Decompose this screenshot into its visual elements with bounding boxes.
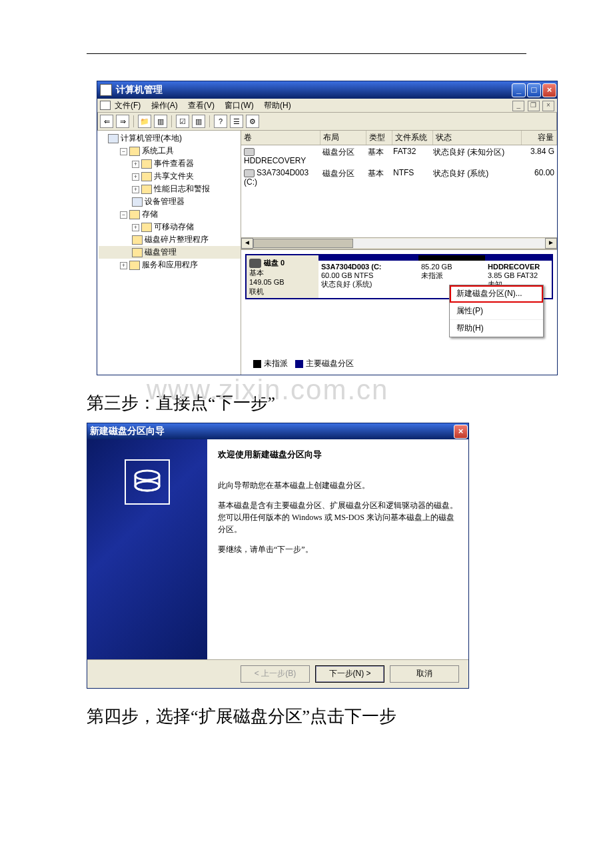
svg-point-0	[135, 471, 159, 480]
menu-new-partition[interactable]: 新建磁盘分区(N)...	[450, 285, 543, 303]
expand-icon[interactable]: +	[132, 186, 139, 193]
volume-list-header: 卷 布局 类型 文件系统 状态 容量	[241, 131, 557, 145]
menu-help[interactable]: 帮助(H)	[264, 101, 291, 110]
cell-type: 基本	[365, 146, 390, 166]
maximize-button[interactable]: □	[527, 83, 541, 97]
forward-icon[interactable]: ⇒	[116, 115, 129, 128]
show-hide-tree-icon[interactable]: ▥	[154, 115, 167, 128]
wizard-close-button[interactable]: ×	[454, 425, 468, 439]
mdi-menubar: 文件(F) 操作(A) 查看(V) 窗口(W) 帮助(H) _ ❐ ×	[97, 99, 557, 113]
cell-fs: NTFS	[390, 167, 430, 187]
col-layout[interactable]: 布局	[320, 131, 366, 145]
settings-icon[interactable]: ⚙	[246, 115, 259, 128]
tree-defrag[interactable]: 磁盘碎片整理程序	[145, 235, 209, 244]
titlebar[interactable]: 计算机管理 _ □ ×	[97, 81, 557, 99]
table-row[interactable]: HDDRECOVERY 磁盘分区 基本 FAT32 状态良好 (未知分区) 3.…	[241, 145, 557, 167]
cell-layout: 磁盘分区	[320, 167, 365, 187]
mdi-min-button[interactable]: _	[512, 101, 524, 111]
wizard-disk-icon	[125, 459, 170, 505]
disk-info[interactable]: 磁盘 0 基本 149.05 GB 联机	[247, 255, 318, 298]
wizard-cancel-button[interactable]: 取消	[390, 665, 459, 683]
tree-diskmgmt[interactable]: 磁盘管理	[145, 247, 177, 257]
list-icon[interactable]: ☰	[230, 115, 243, 128]
cell-vol: HDDRECOVERY	[244, 156, 306, 165]
wizard-dialog: 新建磁盘分区向导 × 欢迎使用新建磁盘分区向导 此向导帮助您在基本磁盘上创建磁盘…	[87, 423, 469, 689]
volume-list-body: HDDRECOVERY 磁盘分区 基本 FAT32 状态良好 (未知分区) 3.…	[241, 145, 557, 188]
back-icon[interactable]: ⇐	[100, 115, 113, 128]
partition-c[interactable]: S3A7304D003 (C: 60.00 GB NTFS 状态良好 (系统)	[318, 255, 418, 298]
p2-size: 85.20 GB	[421, 263, 452, 271]
scroll-thumb[interactable]	[253, 239, 353, 248]
menu-view[interactable]: 查看(V)	[188, 101, 215, 110]
diskmgmt-icon	[132, 248, 143, 257]
cell-fs: FAT32	[390, 146, 430, 166]
volume-icon	[244, 169, 255, 177]
tree-services[interactable]: 服务和应用程序	[142, 260, 198, 269]
p1-fs: 60.00 GB NTFS	[321, 271, 373, 279]
wizard-content: 欢迎使用新建磁盘分区向导 此向导帮助您在基本磁盘上创建磁盘分区。 基本磁盘是含有…	[207, 439, 468, 659]
expand-icon[interactable]: +	[120, 262, 127, 269]
h-scrollbar[interactable]: ◄ ►	[241, 237, 557, 249]
scroll-left-icon[interactable]: ◄	[241, 238, 253, 249]
mdi-restore-button[interactable]: ❐	[528, 101, 540, 111]
properties-icon[interactable]: ☑	[176, 115, 189, 128]
table-row[interactable]: S3A7304D003 (C:) 磁盘分区 基本 NTFS 状态良好 (系统) …	[241, 167, 557, 188]
expand-icon[interactable]: +	[132, 173, 139, 181]
mdi-close-button[interactable]: ×	[542, 101, 554, 111]
compmgmt-window: 计算机管理 _ □ × 文件(F) 操作(A) 查看(V) 窗口(W) 帮助(H…	[97, 81, 558, 375]
storage-folder-icon	[129, 210, 140, 219]
tree-pane[interactable]: 计算机管理(本地) −系统工具 +事件查看器 +共享文件夹 +性能日志和警报 设…	[97, 131, 241, 375]
svg-point-1	[135, 481, 159, 491]
mdi-controls: _ ❐ ×	[512, 100, 554, 111]
collapse-icon[interactable]: −	[120, 211, 127, 219]
tree-removable[interactable]: 可移动存储	[154, 222, 194, 231]
menu-help[interactable]: 帮助(H)	[450, 320, 543, 337]
menu-action[interactable]: 操作(A)	[151, 101, 178, 110]
tree-root[interactable]: 计算机管理(本地)	[121, 133, 182, 143]
wizard-sidebar	[87, 439, 207, 659]
folder-icon	[129, 147, 140, 156]
tree-systools[interactable]: 系统工具	[142, 146, 174, 155]
p3-name: HDDRECOVER	[488, 263, 540, 271]
wizard-back-button: < 上一步(B)	[241, 665, 310, 683]
col-type[interactable]: 类型	[366, 131, 392, 145]
tree-shared[interactable]: 共享文件夹	[154, 171, 194, 181]
defrag-icon	[132, 235, 143, 245]
menu-window[interactable]: 窗口(W)	[225, 101, 253, 110]
legend-unalloc: 未指派	[264, 359, 288, 368]
col-fs[interactable]: 文件系统	[392, 131, 433, 145]
up-folder-icon[interactable]: 📁	[138, 115, 151, 128]
close-button[interactable]: ×	[542, 83, 556, 97]
collapse-icon[interactable]: −	[120, 148, 127, 155]
expand-icon[interactable]: +	[132, 224, 139, 231]
cell-cap: 3.84 G	[522, 146, 557, 166]
tree-devmgr[interactable]: 设备管理器	[145, 197, 185, 206]
wizard-next-button[interactable]: 下一步(N) >	[315, 665, 384, 683]
tree-perf[interactable]: 性能日志和警报	[154, 184, 210, 193]
menu-properties[interactable]: 属性(P)	[450, 303, 543, 320]
event-icon	[141, 159, 152, 169]
context-menu: 新建磁盘分区(N)... 属性(P) 帮助(H)	[449, 285, 544, 337]
devmgr-icon	[132, 197, 143, 207]
disk-size: 149.05 GB	[249, 278, 285, 286]
scroll-right-icon[interactable]: ►	[545, 238, 557, 249]
tree-storage[interactable]: 存储	[142, 209, 158, 219]
disk-state: 联机	[249, 287, 264, 295]
col-status[interactable]: 状态	[433, 131, 522, 145]
mdi-app-icon	[100, 101, 111, 110]
tree-eventviewer[interactable]: 事件查看器	[154, 159, 194, 168]
col-capacity[interactable]: 容量	[522, 131, 557, 145]
app-icon	[100, 84, 112, 96]
minimize-button[interactable]: _	[512, 83, 526, 97]
disk-map: 磁盘 0 基本 149.05 GB 联机 S3A7304D003 (C: 60.…	[241, 249, 557, 375]
menu-file[interactable]: 文件(F)	[115, 101, 141, 110]
window-title: 计算机管理	[116, 84, 163, 96]
help-icon[interactable]: ?	[214, 115, 227, 128]
refresh-icon[interactable]: ▥	[192, 115, 205, 128]
p1-name: S3A7304D003 (C:	[321, 263, 382, 271]
col-volume[interactable]: 卷	[241, 131, 320, 145]
cell-cap: 60.00	[522, 167, 557, 187]
expand-icon[interactable]: +	[132, 161, 139, 168]
wizard-titlebar[interactable]: 新建磁盘分区向导 ×	[87, 423, 468, 439]
legend-primary: 主要磁盘分区	[306, 359, 354, 368]
